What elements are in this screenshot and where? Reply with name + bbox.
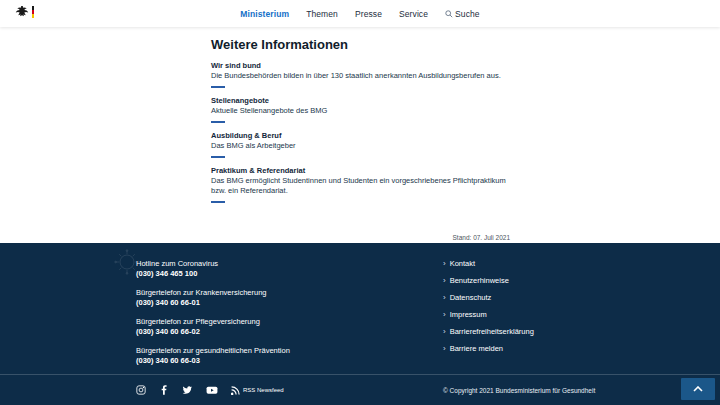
chevron-right-icon: › — [443, 260, 446, 268]
hotline-pflegeversicherung[interactable]: Bürgertelefon zur Pflegeversicherung (03… — [136, 317, 290, 337]
nav-presse[interactable]: Presse — [355, 9, 382, 19]
rss-icon — [231, 386, 240, 395]
info-item-title: Ausbildung & Beruf — [211, 131, 510, 141]
footer-bottom-bar: RSS Newsfeed © Copyright 2021 Bundesmini… — [0, 374, 720, 405]
footer-link-list: ›Kontakt ›Benutzerhinweise ›Datenschutz … — [443, 259, 534, 361]
info-item-desc: Das BMG als Arbeitgeber — [211, 141, 510, 151]
hotline-krankenversicherung[interactable]: Bürgertelefon zur Krankenversicherung (0… — [136, 288, 290, 308]
footer-link-label: Impressum — [450, 310, 487, 320]
main-content: Weitere Informationen Wir sind bund Die … — [211, 27, 510, 241]
chevron-right-icon: › — [443, 277, 446, 285]
footer-link-label: Datenschutz — [450, 293, 492, 303]
federal-eagle-logo[interactable] — [14, 4, 34, 20]
info-item-desc: Aktuelle Stellenangebote des BMG — [211, 106, 510, 116]
info-item-desc: Die Bundesbehörden bilden in über 130 st… — [211, 71, 510, 81]
section-rule — [211, 156, 225, 158]
info-item-title: Wir sind bund — [211, 61, 510, 71]
hotline-phone: (030) 340 60 66-03 — [136, 356, 290, 366]
chevron-up-icon — [693, 386, 703, 392]
page-title: Weitere Informationen — [211, 27, 510, 52]
youtube-icon[interactable] — [206, 385, 218, 395]
hotline-phone: (030) 346 465 100 — [136, 269, 290, 279]
footer-link-benutzerhinweise[interactable]: ›Benutzerhinweise — [443, 276, 534, 286]
hotline-label: Bürgertelefon zur Krankenversicherung — [136, 288, 290, 298]
header: Ministerium Themen Presse Service Suche — [0, 0, 720, 27]
info-item-wir-sind-bund[interactable]: Wir sind bund Die Bundesbehörden bilden … — [211, 61, 510, 88]
footer-link-kontakt[interactable]: ›Kontakt — [443, 259, 534, 269]
nav-themen[interactable]: Themen — [306, 9, 338, 19]
footer: Hotline zum Coronavirus (030) 346 465 10… — [0, 243, 720, 405]
footer-hotlines: Hotline zum Coronavirus (030) 346 465 10… — [136, 259, 290, 375]
hotline-label: Hotline zum Coronavirus — [136, 259, 290, 269]
info-item-desc: Das BMG ermöglicht Studentinnen und Stud… — [211, 176, 510, 196]
rss-label: RSS Newsfeed — [243, 387, 284, 393]
facebook-icon[interactable] — [159, 385, 169, 395]
instagram-icon[interactable] — [136, 385, 146, 395]
nav-service[interactable]: Service — [399, 9, 428, 19]
hotline-coronavirus[interactable]: Hotline zum Coronavirus (030) 346 465 10… — [136, 259, 290, 279]
info-item-stellenangebote[interactable]: Stellenangebote Aktuelle Stellenangebote… — [211, 96, 510, 123]
copyright-notice: © Copyright 2021 Bundesministerium für G… — [443, 387, 595, 394]
nav-ministerium[interactable]: Ministerium — [240, 9, 289, 19]
footer-link-impressum[interactable]: ›Impressum — [443, 310, 534, 320]
main-navigation: Ministerium Themen Presse Service Suche — [240, 9, 479, 19]
chevron-right-icon: › — [443, 294, 446, 302]
footer-link-label: Barrierefreiheitserklärung — [450, 327, 534, 337]
german-flag-stripe — [32, 6, 34, 19]
chevron-right-icon: › — [443, 345, 446, 353]
eagle-icon — [14, 4, 30, 20]
hotline-label: Bürgertelefon zur Pflegeversicherung — [136, 317, 290, 327]
footer-link-label: Kontakt — [450, 259, 475, 269]
section-rule — [211, 121, 225, 123]
hotline-praevention[interactable]: Bürgertelefon zur gesundheitlichen Präve… — [136, 346, 290, 366]
social-links: RSS Newsfeed — [136, 385, 284, 395]
chevron-right-icon: › — [443, 328, 446, 336]
search-icon — [445, 10, 453, 18]
rss-newsfeed-link[interactable]: RSS Newsfeed — [231, 386, 284, 395]
info-item-ausbildung-beruf[interactable]: Ausbildung & Beruf Das BMG als Arbeitgeb… — [211, 131, 510, 158]
info-item-title: Praktikum & Referendariat — [211, 166, 510, 176]
scroll-to-top-button[interactable] — [681, 378, 715, 400]
hotline-label: Bürgertelefon zur gesundheitlichen Präve… — [136, 346, 290, 356]
footer-link-barriere-melden[interactable]: ›Barriere melden — [443, 344, 534, 354]
page: Ministerium Themen Presse Service Suche … — [0, 0, 720, 405]
footer-link-label: Benutzerhinweise — [450, 276, 509, 286]
hotline-phone: (030) 340 60 66-02 — [136, 327, 290, 337]
last-updated-date: Stand: 07. Juli 2021 — [211, 234, 510, 241]
section-rule — [211, 86, 225, 88]
footer-link-barrierefreiheitserklaerung[interactable]: ›Barrierefreiheitserklärung — [443, 327, 534, 337]
twitter-icon[interactable] — [182, 385, 193, 395]
chevron-right-icon: › — [443, 311, 446, 319]
info-item-title: Stellenangebote — [211, 96, 510, 106]
nav-suche-label: Suche — [455, 9, 480, 19]
info-item-praktikum-referendariat[interactable]: Praktikum & Referendariat Das BMG ermögl… — [211, 166, 510, 203]
footer-link-label: Barriere melden — [450, 344, 503, 354]
nav-suche[interactable]: Suche — [445, 9, 480, 19]
footer-link-datenschutz[interactable]: ›Datenschutz — [443, 293, 534, 303]
section-rule — [211, 201, 225, 203]
hotline-phone: (030) 340 60 66-01 — [136, 298, 290, 308]
